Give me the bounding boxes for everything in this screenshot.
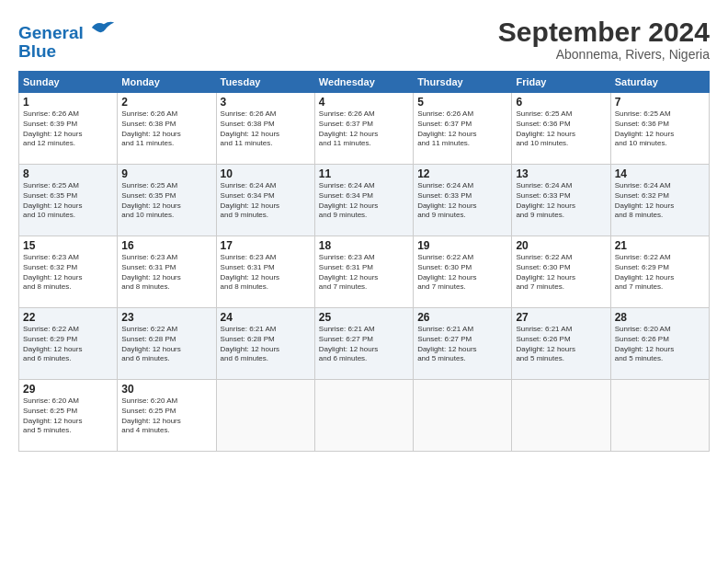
day-number: 16 [121,239,211,252]
day-info: Sunrise: 6:24 AM Sunset: 6:33 PM Dayligh… [417,181,507,221]
calendar-cell: 6Sunrise: 6:25 AM Sunset: 6:36 PM Daylig… [512,93,610,165]
calendar-cell: 7Sunrise: 6:25 AM Sunset: 6:36 PM Daylig… [610,93,709,165]
day-number: 3 [221,96,311,109]
day-info: Sunrise: 6:24 AM Sunset: 6:34 PM Dayligh… [221,181,311,221]
calendar-cell: 4Sunrise: 6:26 AM Sunset: 6:37 PM Daylig… [314,93,413,165]
day-number: 26 [417,311,507,324]
calendar-cell: 13Sunrise: 6:24 AM Sunset: 6:33 PM Dayli… [512,165,610,236]
day-number: 28 [615,311,705,324]
calendar-cell: 10Sunrise: 6:24 AM Sunset: 6:34 PM Dayli… [216,165,314,236]
day-number: 30 [121,383,211,396]
weekday-header-thursday: Thursday [414,72,512,93]
day-number: 23 [121,311,211,324]
day-info: Sunrise: 6:20 AM Sunset: 6:26 PM Dayligh… [615,325,705,364]
calendar-cell: 29Sunrise: 6:20 AM Sunset: 6:25 PM Dayli… [19,380,118,452]
calendar-table: SundayMondayTuesdayWednesdayThursdayFrid… [18,71,710,452]
calendar-week-5: 29Sunrise: 6:20 AM Sunset: 6:25 PM Dayli… [19,380,710,452]
weekday-header-friday: Friday [512,72,610,93]
calendar-cell: 25Sunrise: 6:21 AM Sunset: 6:27 PM Dayli… [314,308,413,380]
day-number: 11 [319,167,409,180]
day-info: Sunrise: 6:23 AM Sunset: 6:31 PM Dayligh… [319,253,409,293]
logo-general: General [18,23,84,42]
weekday-header-wednesday: Wednesday [314,72,413,93]
day-number: 27 [516,311,606,324]
calendar-cell: 3Sunrise: 6:26 AM Sunset: 6:38 PM Daylig… [216,93,314,165]
day-info: Sunrise: 6:20 AM Sunset: 6:25 PM Dayligh… [23,396,113,436]
day-info: Sunrise: 6:26 AM Sunset: 6:38 PM Dayligh… [121,109,211,149]
day-number: 8 [23,167,113,180]
day-number: 17 [221,239,311,252]
logo-blue: Blue [18,42,116,61]
day-number: 15 [23,239,113,252]
day-info: Sunrise: 6:21 AM Sunset: 6:27 PM Dayligh… [319,325,409,364]
day-info: Sunrise: 6:21 AM Sunset: 6:27 PM Dayligh… [417,325,507,364]
weekday-header-saturday: Saturday [610,72,709,93]
day-info: Sunrise: 6:24 AM Sunset: 6:33 PM Dayligh… [516,181,606,221]
calendar-cell: 9Sunrise: 6:25 AM Sunset: 6:35 PM Daylig… [118,165,216,236]
calendar-cell: 19Sunrise: 6:22 AM Sunset: 6:30 PM Dayli… [414,236,512,308]
calendar-cell: 21Sunrise: 6:22 AM Sunset: 6:29 PM Dayli… [610,236,709,308]
day-number: 5 [417,96,507,109]
calendar-week-3: 15Sunrise: 6:23 AM Sunset: 6:32 PM Dayli… [19,236,710,308]
day-number: 9 [121,167,211,180]
calendar-cell: 11Sunrise: 6:24 AM Sunset: 6:34 PM Dayli… [314,165,413,236]
month-title: September 2024 [498,17,710,47]
day-number: 14 [615,167,705,180]
day-info: Sunrise: 6:25 AM Sunset: 6:35 PM Dayligh… [23,181,113,221]
day-number: 13 [516,167,606,180]
day-number: 25 [319,311,409,324]
calendar-cell: 8Sunrise: 6:25 AM Sunset: 6:35 PM Daylig… [19,165,118,236]
day-number: 19 [417,239,507,252]
day-info: Sunrise: 6:22 AM Sunset: 6:29 PM Dayligh… [23,325,113,364]
day-info: Sunrise: 6:20 AM Sunset: 6:25 PM Dayligh… [121,396,211,436]
day-info: Sunrise: 6:23 AM Sunset: 6:32 PM Dayligh… [23,253,113,293]
calendar-cell: 5Sunrise: 6:26 AM Sunset: 6:37 PM Daylig… [414,93,512,165]
day-info: Sunrise: 6:21 AM Sunset: 6:26 PM Dayligh… [516,325,606,364]
day-number: 18 [319,239,409,252]
day-number: 29 [23,383,113,396]
day-number: 24 [221,311,311,324]
day-number: 6 [516,96,606,109]
calendar-cell: 24Sunrise: 6:21 AM Sunset: 6:28 PM Dayli… [216,308,314,380]
calendar-cell: 27Sunrise: 6:21 AM Sunset: 6:26 PM Dayli… [512,308,610,380]
calendar-cell: 23Sunrise: 6:22 AM Sunset: 6:28 PM Dayli… [118,308,216,380]
day-info: Sunrise: 6:23 AM Sunset: 6:31 PM Dayligh… [221,253,311,293]
title-section: September 2024 Abonnema, Rivers, Nigeria [498,17,710,62]
day-info: Sunrise: 6:24 AM Sunset: 6:32 PM Dayligh… [615,181,705,221]
calendar-cell: 28Sunrise: 6:20 AM Sunset: 6:26 PM Dayli… [610,308,709,380]
day-info: Sunrise: 6:21 AM Sunset: 6:28 PM Dayligh… [221,325,311,364]
day-info: Sunrise: 6:26 AM Sunset: 6:37 PM Dayligh… [319,109,409,149]
calendar-cell: 1Sunrise: 6:26 AM Sunset: 6:39 PM Daylig… [19,93,118,165]
day-number: 20 [516,239,606,252]
calendar-cell: 22Sunrise: 6:22 AM Sunset: 6:29 PM Dayli… [19,308,118,380]
weekday-header-monday: Monday [118,72,216,93]
calendar-cell [610,380,709,452]
day-number: 10 [221,167,311,180]
day-info: Sunrise: 6:26 AM Sunset: 6:38 PM Dayligh… [221,109,311,149]
calendar-cell [414,380,512,452]
day-info: Sunrise: 6:22 AM Sunset: 6:28 PM Dayligh… [121,325,211,364]
calendar-cell: 18Sunrise: 6:23 AM Sunset: 6:31 PM Dayli… [314,236,413,308]
logo: General Blue [18,17,116,61]
weekday-header-tuesday: Tuesday [216,72,314,93]
location-title: Abonnema, Rivers, Nigeria [498,47,710,62]
day-info: Sunrise: 6:26 AM Sunset: 6:37 PM Dayligh… [417,109,507,149]
calendar-cell [314,380,413,452]
calendar-week-4: 22Sunrise: 6:22 AM Sunset: 6:29 PM Dayli… [19,308,710,380]
day-number: 21 [615,239,705,252]
calendar-cell: 17Sunrise: 6:23 AM Sunset: 6:31 PM Dayli… [216,236,314,308]
day-number: 7 [615,96,705,109]
calendar-week-1: 1Sunrise: 6:26 AM Sunset: 6:39 PM Daylig… [19,93,710,165]
day-info: Sunrise: 6:24 AM Sunset: 6:34 PM Dayligh… [319,181,409,221]
calendar-cell: 12Sunrise: 6:24 AM Sunset: 6:33 PM Dayli… [414,165,512,236]
calendar-cell [512,380,610,452]
weekday-header-sunday: Sunday [19,72,118,93]
calendar-cell: 14Sunrise: 6:24 AM Sunset: 6:32 PM Dayli… [610,165,709,236]
day-number: 22 [23,311,113,324]
day-info: Sunrise: 6:22 AM Sunset: 6:30 PM Dayligh… [516,253,606,293]
day-number: 2 [121,96,211,109]
calendar-cell: 2Sunrise: 6:26 AM Sunset: 6:38 PM Daylig… [118,93,216,165]
calendar-cell: 20Sunrise: 6:22 AM Sunset: 6:30 PM Dayli… [512,236,610,308]
day-info: Sunrise: 6:25 AM Sunset: 6:36 PM Dayligh… [516,109,606,149]
day-number: 4 [319,96,409,109]
